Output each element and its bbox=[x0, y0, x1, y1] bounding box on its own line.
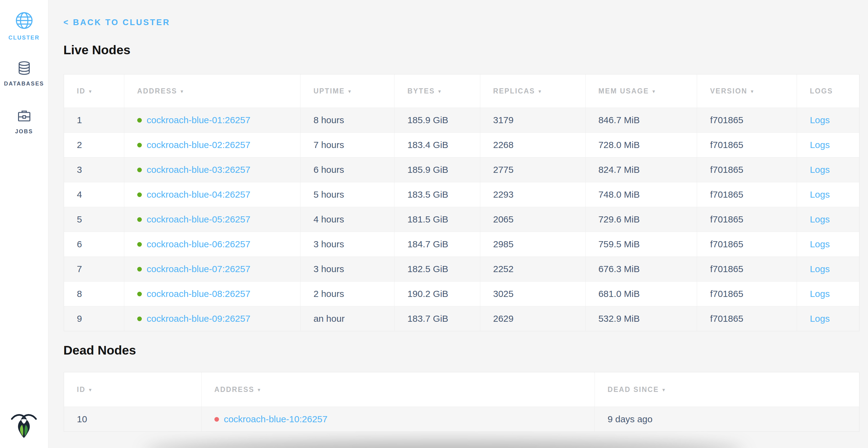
node-id-cell: 5 bbox=[64, 207, 124, 232]
node-uptime-cell: 3 hours bbox=[301, 232, 395, 257]
node-version-cell: f701865 bbox=[697, 133, 797, 157]
node-logs-cell: Logs bbox=[797, 133, 859, 157]
live-nodes-header-row: ID▾ ADDRESS▾ UPTIME▾ BYTES▾ REPLICAS▾ ME… bbox=[64, 74, 859, 108]
node-address-link[interactable]: cockroach-blue-09:26257 bbox=[147, 313, 251, 324]
sidebar: CLUSTER DATABASES bbox=[0, 0, 49, 448]
node-id-cell: 7 bbox=[64, 257, 124, 281]
column-header-label: DEAD SINCE bbox=[608, 386, 659, 394]
node-uptime-cell: 5 hours bbox=[301, 182, 395, 207]
column-header-dead-since[interactable]: DEAD SINCE▾ bbox=[595, 372, 859, 407]
sidebar-item-cluster[interactable]: CLUSTER bbox=[0, 12, 48, 41]
live-status-dot bbox=[137, 118, 142, 123]
live-status-dot bbox=[137, 217, 142, 222]
node-address-link[interactable]: cockroach-blue-02:26257 bbox=[147, 140, 251, 150]
node-version-cell: f701865 bbox=[697, 232, 797, 257]
node-uptime-cell: 7 hours bbox=[301, 133, 395, 157]
column-header-id[interactable]: ID▾ bbox=[64, 74, 124, 108]
node-version-cell: f701865 bbox=[697, 306, 797, 331]
node-version-cell: f701865 bbox=[697, 257, 797, 281]
node-uptime-cell: 2 hours bbox=[301, 281, 395, 306]
sort-arrow-icon: ▾ bbox=[257, 387, 261, 393]
node-bytes-cell: 183.5 GiB bbox=[395, 182, 480, 207]
node-address-cell: cockroach-blue-04:26257 bbox=[124, 182, 301, 207]
live-nodes-table-body: 1 cockroach-blue-01:26257 8 hours 185.9 … bbox=[64, 108, 859, 331]
node-uptime-cell: an hour bbox=[301, 306, 395, 331]
column-header-bytes[interactable]: BYTES▾ bbox=[395, 74, 480, 108]
node-address-link[interactable]: cockroach-blue-04:26257 bbox=[147, 189, 251, 200]
node-address-link[interactable]: cockroach-blue-07:26257 bbox=[147, 264, 251, 274]
column-header-mem-usage[interactable]: MEM USAGE▾ bbox=[586, 74, 698, 108]
column-header-id[interactable]: ID▾ bbox=[64, 372, 202, 407]
sort-arrow-icon: ▾ bbox=[652, 88, 656, 95]
node-version-cell: f701865 bbox=[697, 182, 797, 207]
column-header-label: MEM USAGE bbox=[598, 87, 649, 95]
node-id-cell: 4 bbox=[64, 182, 124, 207]
column-header-uptime[interactable]: UPTIME▾ bbox=[301, 74, 395, 108]
node-address-link[interactable]: cockroach-blue-06:26257 bbox=[147, 239, 251, 249]
live-nodes-title: Live Nodes bbox=[63, 43, 130, 57]
node-address-cell: cockroach-blue-07:26257 bbox=[124, 257, 301, 281]
node-mem-usage-cell: 846.7 MiB bbox=[586, 108, 698, 132]
node-address-cell: cockroach-blue-06:26257 bbox=[124, 232, 301, 257]
logs-link[interactable]: Logs bbox=[810, 239, 830, 249]
node-address-cell: cockroach-blue-01:26257 bbox=[124, 108, 301, 132]
logs-link[interactable]: Logs bbox=[810, 189, 830, 200]
live-status-dot bbox=[137, 192, 142, 197]
node-uptime-cell: 3 hours bbox=[301, 257, 395, 281]
node-address-link[interactable]: cockroach-blue-01:26257 bbox=[147, 115, 251, 125]
node-id-cell: 9 bbox=[64, 306, 124, 331]
node-address-cell: cockroach-blue-08:26257 bbox=[124, 281, 301, 306]
sort-arrow-icon: ▾ bbox=[181, 88, 184, 95]
node-mem-usage-cell: 676.3 MiB bbox=[586, 257, 698, 281]
dead-nodes-title: Dead Nodes bbox=[63, 343, 136, 358]
node-replicas-cell: 2293 bbox=[480, 182, 586, 207]
node-address-cell: cockroach-blue-10:26257 bbox=[202, 407, 595, 431]
live-node-row: 6 cockroach-blue-06:26257 3 hours 184.7 … bbox=[64, 232, 859, 257]
node-logs-cell: Logs bbox=[797, 157, 859, 182]
globe-icon bbox=[15, 12, 33, 31]
back-to-cluster-link[interactable]: < BACK TO CLUSTER bbox=[63, 18, 170, 27]
node-id-cell: 2 bbox=[64, 133, 124, 157]
node-mem-usage-cell: 728.0 MiB bbox=[586, 133, 698, 157]
sidebar-item-label: DATABASES bbox=[4, 81, 44, 87]
sort-arrow-icon: ▾ bbox=[538, 88, 542, 95]
cockroach-bug-icon bbox=[11, 413, 37, 439]
live-status-dot bbox=[137, 267, 142, 271]
node-replicas-cell: 2775 bbox=[480, 157, 586, 182]
node-logs-cell: Logs bbox=[797, 281, 859, 306]
column-header-logs: LOGS bbox=[797, 74, 859, 108]
window-bottom-shadow bbox=[144, 442, 744, 448]
node-address-link[interactable]: cockroach-blue-08:26257 bbox=[147, 289, 251, 299]
live-node-row: 1 cockroach-blue-01:26257 8 hours 185.9 … bbox=[64, 108, 859, 132]
column-header-address[interactable]: ADDRESS▾ bbox=[124, 74, 301, 108]
logs-link[interactable]: Logs bbox=[810, 140, 830, 150]
logs-link[interactable]: Logs bbox=[810, 313, 830, 324]
dead-status-dot bbox=[214, 417, 219, 422]
node-replicas-cell: 2065 bbox=[480, 207, 586, 232]
node-bytes-cell: 184.7 GiB bbox=[395, 232, 480, 257]
sidebar-item-jobs[interactable]: JOBS bbox=[0, 109, 48, 135]
node-mem-usage-cell: 532.9 MiB bbox=[586, 306, 698, 331]
sort-arrow-icon: ▾ bbox=[89, 387, 92, 393]
column-header-address[interactable]: ADDRESS▾ bbox=[202, 372, 595, 407]
logs-link[interactable]: Logs bbox=[810, 214, 830, 225]
column-header-version[interactable]: VERSION▾ bbox=[697, 74, 797, 108]
logs-link[interactable]: Logs bbox=[810, 264, 830, 274]
dead-nodes-header-row: ID▾ ADDRESS▾ DEAD SINCE▾ bbox=[64, 372, 859, 407]
node-address-cell: cockroach-blue-03:26257 bbox=[124, 157, 301, 182]
sidebar-item-databases[interactable]: DATABASES bbox=[0, 61, 48, 87]
node-address-link[interactable]: cockroach-blue-05:26257 bbox=[147, 214, 251, 225]
logs-link[interactable]: Logs bbox=[810, 115, 830, 125]
node-logs-cell: Logs bbox=[797, 306, 859, 331]
node-mem-usage-cell: 759.5 MiB bbox=[586, 232, 698, 257]
logs-link[interactable]: Logs bbox=[810, 289, 830, 299]
column-header-label: BYTES bbox=[407, 87, 435, 95]
column-header-label: REPLICAS bbox=[493, 87, 535, 95]
node-address-link[interactable]: cockroach-blue-03:26257 bbox=[147, 165, 251, 175]
column-header-label: ADDRESS bbox=[214, 386, 254, 394]
dead-node-row: 10 cockroach-blue-10:26257 9 days ago bbox=[64, 407, 859, 431]
sidebar-item-label: CLUSTER bbox=[8, 35, 40, 41]
node-address-link[interactable]: cockroach-blue-10:26257 bbox=[224, 414, 328, 424]
logs-link[interactable]: Logs bbox=[810, 165, 830, 175]
column-header-replicas[interactable]: REPLICAS▾ bbox=[480, 74, 586, 108]
